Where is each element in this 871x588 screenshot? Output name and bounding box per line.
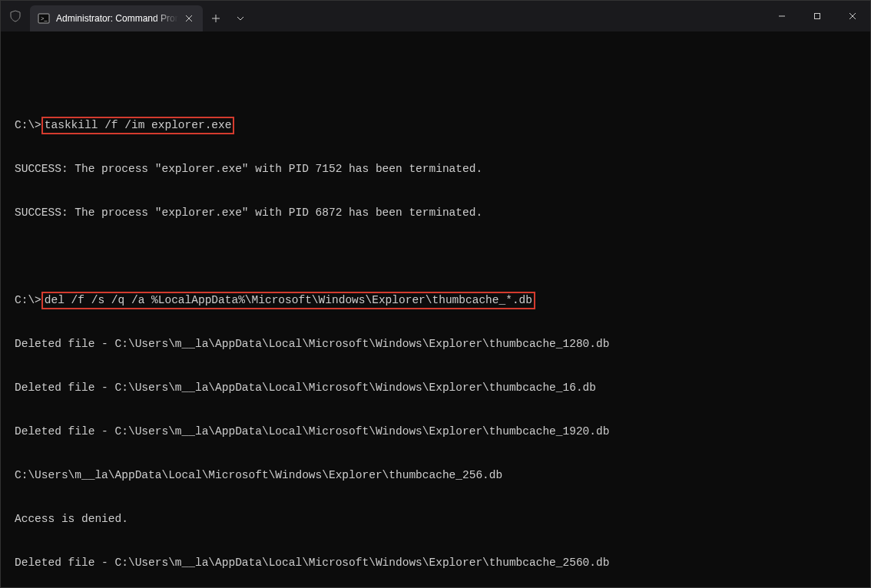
output-line: SUCCESS: The process "explorer.exe" with… bbox=[15, 206, 856, 220]
tab-dropdown-button[interactable] bbox=[229, 5, 252, 31]
output-line: Deleted file - C:\Users\m__la\AppData\Lo… bbox=[15, 337, 856, 352]
minimize-button[interactable] bbox=[764, 1, 800, 31]
svg-rect-2 bbox=[815, 14, 820, 19]
output-line: Deleted file - C:\Users\m__la\AppData\Lo… bbox=[15, 381, 856, 395]
output-line: SUCCESS: The process "explorer.exe" with… bbox=[15, 162, 856, 177]
tab-close-icon[interactable] bbox=[183, 12, 195, 25]
prompt: C:\> bbox=[15, 294, 41, 306]
output-line: Deleted file - C:\Users\m__la\AppData\Lo… bbox=[15, 556, 856, 570]
shield-icon bbox=[1, 1, 30, 31]
tab-title: Administrator: Command Prompt bbox=[56, 13, 178, 24]
tab-command-prompt[interactable]: >_ Administrator: Command Prompt bbox=[30, 5, 203, 31]
output-line: C:\Users\m__la\AppData\Local\Microsoft\W… bbox=[15, 468, 856, 483]
svg-text:>_: >_ bbox=[41, 15, 48, 22]
command-highlight: del /f /s /q /a %LocalAppData%\Microsoft… bbox=[41, 292, 535, 309]
maximize-button[interactable] bbox=[800, 1, 835, 31]
close-button[interactable] bbox=[835, 1, 870, 31]
terminal-output[interactable]: C:\>taskkill /f /im explorer.exe SUCCESS… bbox=[1, 31, 870, 588]
prompt: C:\> bbox=[15, 119, 41, 131]
output-line: Access is denied. bbox=[15, 512, 856, 527]
window-controls bbox=[764, 1, 870, 31]
cmd-icon: >_ bbox=[38, 12, 50, 25]
output-line: Deleted file - C:\Users\m__la\AppData\Lo… bbox=[15, 424, 856, 439]
new-tab-button[interactable] bbox=[203, 5, 229, 31]
titlebar: >_ Administrator: Command Prompt bbox=[1, 1, 870, 31]
command-highlight: taskkill /f /im explorer.exe bbox=[41, 117, 235, 134]
